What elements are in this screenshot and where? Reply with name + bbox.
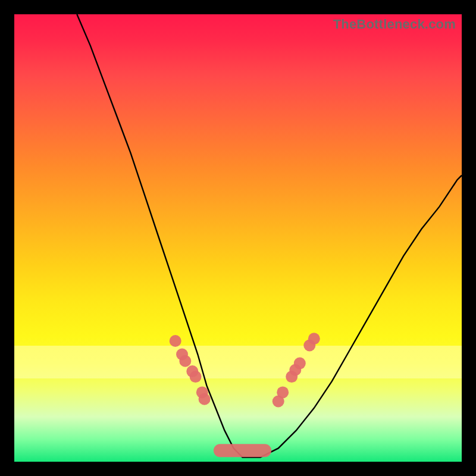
curve-dot xyxy=(186,365,198,377)
curve-dot xyxy=(179,355,191,367)
curve-dot xyxy=(277,386,289,398)
chart-svg xyxy=(14,14,462,462)
bottleneck-curve xyxy=(77,14,462,458)
curve-dot xyxy=(294,358,306,369)
curve-dot xyxy=(308,333,320,345)
curve-dots-left xyxy=(170,335,211,405)
chart-frame: TheBottleneck.com xyxy=(14,14,462,462)
curve-dot xyxy=(170,335,181,347)
curve-dot xyxy=(199,393,211,405)
curve-dots-right xyxy=(273,333,320,407)
watermark-text: TheBottleneck.com xyxy=(333,17,456,32)
